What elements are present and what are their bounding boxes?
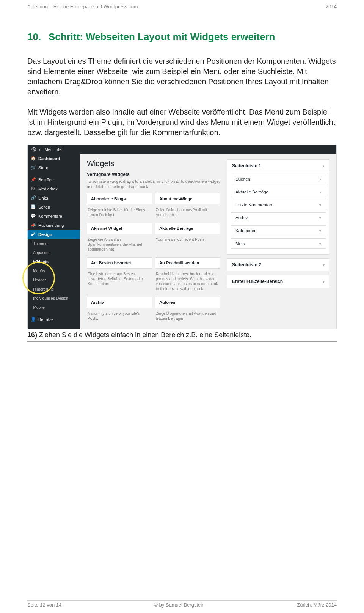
sidebar-item-label: Design: [38, 232, 52, 237]
chevron-down-icon: ▾: [319, 229, 321, 233]
widget-item[interactable]: Suchen▾: [231, 174, 326, 184]
wp-screenshot: ⓦ ⌂ Mein Titel 🏠Dashboard 🛒Store 📌Beiträ…: [27, 145, 337, 329]
widget-card[interactable]: About.me-Widget: [155, 193, 220, 204]
store-icon: 🛒: [31, 165, 36, 170]
widget-item[interactable]: Aktuelle Beiträge▾: [231, 187, 326, 197]
widget-item[interactable]: Letzte Kommentare▾: [231, 200, 326, 210]
sidebar-item-label: Beiträge: [38, 178, 54, 182]
sidebar-item-users[interactable]: 👤Benutzer: [28, 315, 80, 324]
sidebar-sub-menus[interactable]: Menüs: [28, 266, 80, 275]
sidebar-item-store[interactable]: 🛒Store: [28, 163, 80, 172]
section-number: 10.: [27, 31, 49, 43]
sidebar-item-label: Rückmeldung: [38, 223, 64, 228]
widget-card[interactable]: Aktuelle Beiträge: [155, 223, 220, 234]
widget-card[interactable]: Akismet Widget: [87, 223, 152, 234]
chevron-up-icon: ▴: [323, 164, 325, 168]
links-icon: 🔗: [31, 195, 36, 200]
widget-desc: Zeige Dein about.me-Profil mit Vorschaub…: [155, 207, 220, 220]
widget-area-panel[interactable]: Seitenleiste 1 ▴: [227, 159, 329, 172]
sidebar-sub-mobile[interactable]: Mobile: [28, 303, 80, 312]
doc-header-left: Anleitung – Eigene Homepage mit Wordpres…: [27, 4, 138, 9]
widget-item-label: Archiv: [235, 215, 248, 220]
widget-item-label: Letzte Kommentare: [235, 203, 273, 207]
sidebar-item-posts[interactable]: 📌Beiträge: [28, 175, 80, 184]
widget-desc: Eine Liste deiner am Besten bewerteten B…: [87, 272, 152, 294]
pages-icon: 📄: [31, 204, 36, 209]
sidebar-item-media[interactable]: 🖼Mediathek: [28, 184, 80, 193]
posts-icon: 📌: [31, 177, 36, 182]
dashboard-icon: 🏠: [31, 156, 36, 161]
figure-number: 16): [27, 331, 37, 339]
widget-areas-column: Seitenleiste 1 ▴ Suchen▾ Aktuelle Beiträ…: [227, 159, 329, 323]
chevron-down-icon: ▾: [319, 190, 321, 194]
sidebar-item-label: Dashboard: [38, 156, 60, 161]
wp-admin-toolbar[interactable]: ⓦ ⌂ Mein Titel: [28, 145, 336, 154]
available-widgets-heading: Verfügbare Widgets: [87, 172, 220, 177]
widget-desc: Readmill is the best book reader for pho…: [155, 272, 220, 294]
sidebar-sub-themes[interactable]: Themes: [28, 239, 80, 248]
figure-text: Ziehen Sie die Widgets einfach in einen …: [37, 331, 251, 339]
sidebar-sub-header[interactable]: Header: [28, 275, 80, 284]
widget-desc: Zeige Blogautoren mit Avataren und letzt…: [155, 311, 220, 323]
adminbar-site-title[interactable]: Mein Titel: [45, 147, 63, 152]
sidebar-sub-customdesign[interactable]: Individuelles Design: [28, 294, 80, 303]
sidebar-item-label: Kommentare: [38, 214, 62, 218]
sidebar-sub-background[interactable]: Hintergrund: [28, 284, 80, 294]
widget-area-panel[interactable]: Erster Fußzeile-Bereich ▾: [227, 275, 329, 288]
adminbar-home-icon[interactable]: ⌂: [39, 147, 42, 152]
sidebar-item-links[interactable]: 🔗Links: [28, 193, 80, 203]
widget-area-title: Erster Fußzeile-Bereich: [232, 279, 283, 284]
widget-card[interactable]: Autoren: [155, 297, 220, 308]
paragraph-1: Das Layout eines Theme definiert die ver…: [27, 56, 337, 97]
chevron-down-icon: ▾: [319, 203, 321, 207]
figure-caption: 16) Ziehen Sie die Widgets einfach in ei…: [27, 331, 337, 342]
available-widgets-grid: Abonnierte Blogs About.me-Widget Zeige v…: [87, 193, 220, 323]
design-icon: 🖌: [31, 232, 35, 236]
widget-card[interactable]: Abonnierte Blogs: [87, 193, 152, 204]
feedback-icon: 📣: [31, 223, 36, 228]
widget-area-title: Seitenleiste 2: [232, 262, 261, 267]
sidebar-item-label: Links: [38, 196, 48, 200]
sidebar-sub-customize[interactable]: Anpassen: [28, 248, 80, 257]
sidebar-item-feedback[interactable]: 📣Rückmeldung: [28, 221, 80, 230]
widget-area-body: Suchen▾ Aktuelle Beiträge▾ Letzte Kommen…: [227, 172, 329, 255]
sidebar-sub-widgets[interactable]: Widgets: [28, 257, 80, 266]
wp-admin-sidebar: 🏠Dashboard 🛒Store 📌Beiträge 🖼Mediathek 🔗…: [28, 154, 80, 329]
document-header: Anleitung – Eigene Homepage mit Wordpres…: [27, 4, 337, 11]
chevron-down-icon: ▾: [319, 242, 321, 246]
widget-item-label: Kategorien: [235, 228, 257, 233]
widget-card[interactable]: Am Besten bewertet: [87, 257, 152, 269]
section-title-text: Schritt: Webseiten Layout mit Widgets er…: [49, 31, 275, 42]
widget-item[interactable]: Meta▾: [231, 238, 326, 249]
widget-item-label: Meta: [235, 241, 245, 246]
wp-logo-icon[interactable]: ⓦ: [31, 146, 36, 153]
wp-main-content: Widgets Verfügbare Widgets To activate a…: [80, 154, 336, 329]
widget-area-title: Seitenleiste 1: [232, 163, 261, 168]
sidebar-item-dashboard[interactable]: 🏠Dashboard: [28, 154, 80, 163]
sidebar-item-pages[interactable]: 📄Seiten: [28, 203, 80, 212]
document-footer: Seite 12 von 14 © by Samuel Bergstein Zü…: [27, 600, 337, 608]
widget-area-panel[interactable]: Seitenleiste 2 ▾: [227, 258, 329, 271]
page-title: Widgets: [87, 159, 220, 168]
footer-copyright: © by Samuel Bergstein: [154, 602, 204, 608]
widget-item[interactable]: Archiv▾: [231, 212, 326, 223]
widget-card[interactable]: An Readmill senden: [155, 257, 220, 269]
widget-item-label: Aktuelle Beiträge: [235, 190, 268, 194]
section-title: 10.Schritt: Webseiten Layout mit Widgets…: [27, 31, 337, 46]
widget-item-label: Suchen: [235, 177, 250, 181]
sidebar-item-label: Benutzer: [38, 317, 55, 322]
sidebar-item-label: Seiten: [38, 205, 50, 209]
media-icon: 🖼: [31, 186, 35, 191]
widget-desc: A monthly archive of your site's Posts.: [87, 311, 152, 323]
widget-desc: Zeige die Anzahl an Spamkommentaren, die…: [87, 237, 152, 254]
sidebar-item-label: Mediathek: [38, 187, 58, 191]
chevron-down-icon: ▾: [319, 177, 321, 181]
footer-location-date: Zürich, März 2014: [297, 602, 337, 608]
widget-card[interactable]: Archiv: [87, 297, 152, 308]
sidebar-item-comments[interactable]: 💬Kommentare: [28, 212, 80, 221]
footer-page-number: Seite 12 von 14: [27, 602, 61, 608]
widget-desc: Your site's most recent Posts.: [155, 237, 220, 254]
widget-item[interactable]: Kategorien▾: [231, 225, 326, 236]
sidebar-item-design[interactable]: 🖌Design: [28, 230, 80, 239]
chevron-down-icon: ▾: [323, 280, 325, 284]
